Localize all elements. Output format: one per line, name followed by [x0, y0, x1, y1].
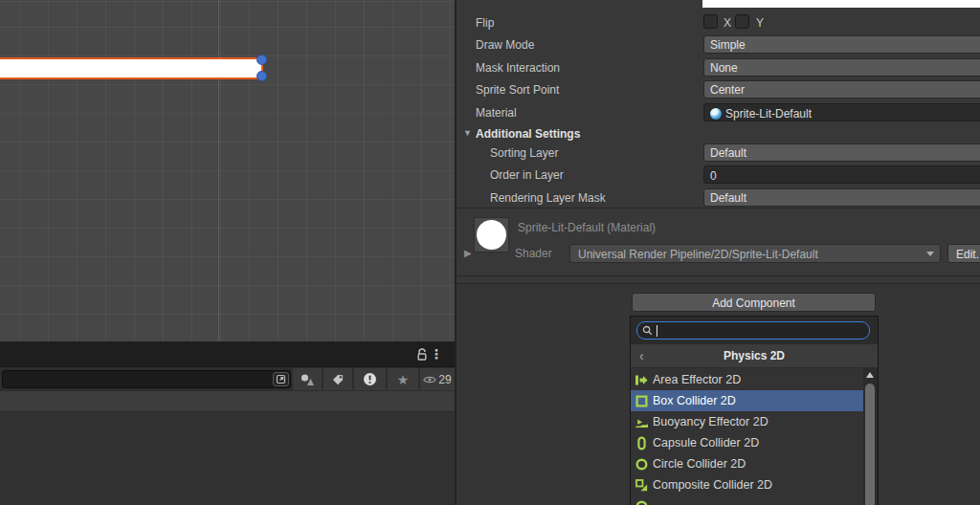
expand-search-button[interactable] — [273, 372, 289, 386]
sorting-layer-dropdown[interactable]: Default — [703, 143, 980, 162]
filter-by-type-icon — [300, 373, 315, 386]
material-row: Material Sprite-Lit-Default — [457, 103, 980, 121]
scroll-up-icon[interactable] — [866, 372, 874, 378]
expand-icon — [276, 374, 286, 384]
left-dock: ⋮ — [0, 0, 455, 505]
text-cursor — [657, 325, 657, 337]
order-in-layer-value: 0 — [710, 169, 717, 183]
alert-circle-icon — [363, 372, 377, 386]
material-preview-thumbnail[interactable] — [474, 217, 509, 252]
material-value: Sprite-Lit-Default — [725, 107, 812, 121]
component-list: Area Effector 2D Box Collider 2D Buoyanc… — [631, 368, 865, 505]
grid-axis-line — [218, 0, 219, 341]
box-collider-2d-icon — [635, 394, 649, 408]
material-foldout-closed-icon[interactable]: ▶ — [464, 248, 472, 258]
material-label: Material — [476, 106, 517, 120]
flip-y-checkbox[interactable] — [735, 14, 749, 29]
separator — [457, 208, 980, 209]
sprite-sort-point-label: Sprite Sort Point — [476, 83, 559, 97]
component-search-strip — [631, 317, 878, 344]
foldout-open-icon[interactable]: ▼ — [463, 128, 472, 138]
flip-y-label: Y — [756, 16, 764, 30]
component-item-label: Capsule Collider 2D — [653, 436, 759, 450]
component-item-circle-collider-2d[interactable]: Circle Collider 2D — [631, 453, 865, 474]
panel-tab-bar: ⋮ — [0, 341, 455, 367]
order-in-layer-input[interactable]: 0 — [703, 165, 980, 184]
scale-handle-top-right[interactable] — [256, 55, 267, 65]
component-item-buoyancy-effector-2d[interactable]: Buoyancy Effector 2D — [631, 411, 865, 432]
material-preview-sphere — [477, 220, 506, 250]
project-breadcrumb-bar[interactable] — [0, 391, 455, 412]
label-tag-icon — [331, 373, 345, 386]
component-item-box-collider-2d[interactable]: Box Collider 2D — [631, 390, 865, 411]
flip-row: Flip X Y — [457, 13, 980, 32]
back-chevron-icon[interactable]: ‹ — [639, 348, 644, 363]
visibility-toggle-button[interactable]: 29 — [420, 368, 455, 390]
component-item-label: Circle Collider 2D — [653, 457, 746, 471]
visibility-count: 29 — [438, 373, 451, 386]
eye-icon — [423, 375, 436, 384]
sprite-sort-point-dropdown[interactable]: Center — [703, 80, 980, 99]
buoyancy-effector-2d-icon — [635, 415, 649, 429]
import-log-button[interactable] — [354, 368, 386, 390]
scrollbar[interactable] — [863, 368, 878, 505]
sorting-layer-label: Sorting Layer — [490, 146, 558, 160]
component-item-capsule-collider-2d[interactable]: Capsule Collider 2D — [631, 432, 865, 453]
color-row-label: Color — [476, 0, 503, 3]
order-in-layer-row: Order in Layer 0 — [457, 165, 980, 184]
color-swatch[interactable] — [702, 0, 980, 8]
component-item-composite-collider-2d[interactable]: Composite Collider 2D — [631, 474, 865, 495]
favorites-button[interactable]: ★ — [388, 368, 418, 390]
flip-label: Flip — [476, 16, 494, 30]
sorting-layer-row: Sorting Layer Default — [457, 143, 980, 162]
project-content-area[interactable] — [0, 413, 455, 505]
component-search-input[interactable] — [636, 321, 870, 340]
filter-by-type-button[interactable] — [293, 368, 322, 390]
filter-by-label-button[interactable] — [323, 368, 352, 390]
selected-sprite[interactable] — [0, 57, 263, 79]
additional-settings-row[interactable]: ▼ Additional Settings — [457, 124, 980, 143]
shader-dropdown[interactable]: Universal Render Pipeline/2D/Sprite-Lit-… — [569, 244, 941, 263]
sprite-sort-point-row: Sprite Sort Point Center — [457, 80, 980, 99]
partial-component-icon — [635, 499, 649, 505]
mask-interaction-row: Mask Interaction None — [457, 58, 980, 77]
component-item-label: Buoyancy Effector 2D — [653, 415, 768, 428]
material-object-field[interactable]: Sprite-Lit-Default — [703, 103, 980, 121]
flip-x-label: X — [724, 16, 731, 30]
rendering-layer-mask-dropdown[interactable]: Default — [703, 188, 980, 207]
component-category-header: ‹ Physics 2D — [631, 344, 878, 368]
order-in-layer-label: Order in Layer — [490, 168, 564, 182]
scrollbar-thumb[interactable] — [865, 384, 875, 505]
material-sphere-icon — [710, 108, 722, 120]
area-effector-2d-icon — [635, 373, 649, 387]
shader-value: Universal Render Pipeline/2D/Sprite-Lit-… — [578, 248, 818, 261]
draw-mode-dropdown[interactable]: Simple — [703, 35, 980, 54]
component-item-area-effector-2d[interactable]: Area Effector 2D — [631, 369, 865, 390]
scale-handle-bottom-right[interactable] — [256, 71, 267, 81]
shader-edit-button[interactable]: Edit... — [947, 244, 980, 263]
capsule-collider-2d-icon — [635, 436, 649, 450]
component-item-label: Composite Collider 2D — [653, 478, 772, 492]
component-item-label: Area Effector 2D — [653, 373, 741, 386]
scene-view[interactable] — [0, 0, 455, 341]
material-preview-title: Sprite-Lit-Default (Material) — [518, 221, 656, 234]
project-search-input[interactable] — [2, 370, 291, 388]
component-item-partial[interactable] — [631, 495, 865, 505]
chevron-down-icon — [926, 252, 934, 256]
mask-interaction-dropdown[interactable]: None — [703, 58, 980, 77]
add-component-button[interactable]: Add Component — [632, 293, 876, 312]
rendering-layer-mask-label: Rendering Layer Mask — [490, 191, 606, 205]
rendering-layer-mask-row: Rendering Layer Mask Default — [457, 188, 980, 207]
category-title: Physics 2D — [631, 344, 878, 362]
add-component-dropdown: ‹ Physics 2D Area Effector 2D Box Collid… — [630, 316, 879, 505]
draw-mode-row: Draw Mode Simple — [457, 35, 980, 54]
project-toolbar: ★ 29 — [0, 367, 455, 391]
flip-x-checkbox[interactable] — [703, 14, 718, 29]
unlock-icon[interactable] — [416, 348, 428, 361]
inspector-panel: Color Flip X Y Draw Mode Simple Mask Int… — [457, 0, 980, 505]
menu-kebab-icon[interactable]: ⋮ — [430, 346, 443, 362]
search-icon — [642, 325, 653, 336]
star-icon: ★ — [397, 372, 410, 387]
component-item-label: Box Collider 2D — [653, 394, 736, 407]
composite-collider-2d-icon — [635, 478, 649, 493]
